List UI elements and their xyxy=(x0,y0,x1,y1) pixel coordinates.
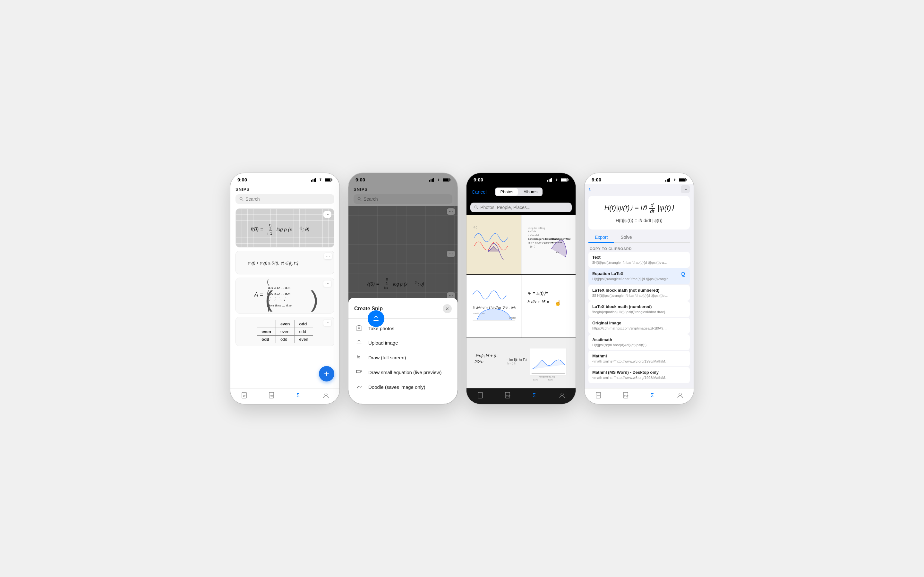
search-input-1[interactable] xyxy=(246,197,330,201)
nav-sigma-3[interactable]: Σ xyxy=(531,392,538,399)
svg-text:Σ: Σ xyxy=(533,393,536,398)
signal-icon xyxy=(311,178,317,182)
svg-rect-64 xyxy=(548,180,548,182)
copy-item-asciimath[interactable]: Asciimath H(t)|psi(t):)=i hbar(d)/(dl)(d… xyxy=(588,334,690,350)
draw-icon: fx xyxy=(354,354,364,361)
modal-item-doodle[interactable]: Doodle (saves image only) xyxy=(349,380,457,394)
math-svg-2: snᵢ(t) + snⱼ(t) ≥ δᵢ(t), ∀t ∈ [ti, tnⱼ] xyxy=(246,256,323,269)
svg-text:Σ: Σ xyxy=(269,226,272,231)
copy-item-asciimath-content: Asciimath H(t)|psi(t):)=i hbar(d)/(dl)(d… xyxy=(592,337,646,347)
header-title-1: SNIPS xyxy=(236,187,334,192)
svg-text:fx: fx xyxy=(357,355,360,359)
copy-item-latex[interactable]: Equation LaTeX H(t)|\psi(t)\rangle=i\hba… xyxy=(588,268,690,284)
equation-display: H(t)|ψ(t)⟩ = iℏ ddt |ψ(t)⟩ H(t)|ψ(t)⟩ = … xyxy=(588,196,690,229)
svg-text:snᵢ(t) + snⱼ(t) ≥ δᵢ(t),   ∀t : snᵢ(t) + snⱼ(t) ≥ δᵢ(t), ∀t ∈ [ti, tnⱼ] xyxy=(248,261,298,267)
cancel-button[interactable]: Cancel xyxy=(472,189,487,195)
upload-icon xyxy=(354,339,364,347)
snip-dots-1[interactable]: ··· xyxy=(323,211,331,218)
snip-item-1[interactable]: ℓ(θ) = n Σ i=1 log p (x (i) ; θ) ··· xyxy=(236,208,334,247)
svg-point-71 xyxy=(475,206,477,208)
svg-text:ℓ(θ) =: ℓ(θ) = xyxy=(250,226,263,232)
svg-text:(i): (i) xyxy=(299,226,302,229)
svg-point-7 xyxy=(240,197,242,200)
back-button[interactable]: ‹ xyxy=(588,185,591,193)
photo-search-bar[interactable] xyxy=(470,203,572,212)
copy-section-title: COPY TO CLIPBOARD xyxy=(585,243,694,252)
fab-button[interactable]: + xyxy=(319,366,334,382)
modal-item-upload[interactable]: Upload image xyxy=(349,335,457,350)
nav-doc-4[interactable] xyxy=(595,392,602,399)
copy-item-mathml-word[interactable]: Mathml (MS Word) - Desktop only <math xm… xyxy=(588,367,690,383)
modal-item-draw[interactable]: fx Draw (full screen) xyxy=(349,350,457,365)
svg-text:20^n: 20^n xyxy=(474,359,483,364)
svg-text:= lim f(t+h)-f^#: = lim f(t+h)-f^# xyxy=(506,358,527,362)
copy-action-button[interactable] xyxy=(681,272,686,278)
photo-cell-5[interactable]: -f^n[s,l/f + (i- 20^n = lim f(t+h)-f^# h… xyxy=(467,338,575,388)
search-bar-1[interactable] xyxy=(236,194,334,204)
math-svg-matrix: A = ( ) ( a₁₁ a₁₂ ... a₁ₙ a₂₁ a₂₂ ... a₂… xyxy=(253,279,317,311)
svg-rect-99 xyxy=(478,392,483,398)
signal-icon-3 xyxy=(548,178,552,182)
tab-solve[interactable]: Solve xyxy=(614,232,638,242)
modal-item-upload-label: Upload image xyxy=(368,340,398,346)
snip-dots-2[interactable]: ··· xyxy=(324,253,332,259)
math-svg-1: ℓ(θ) = n Σ i=1 log p (x (i) ; θ) xyxy=(248,218,322,237)
doodle-icon xyxy=(354,383,364,391)
header-1: SNIPS xyxy=(230,184,339,206)
photo-search-input[interactable] xyxy=(480,205,568,210)
photo-cell-2[interactable]: Using the deBrog λ = 2π/k p = ħk = h/λ S… xyxy=(521,215,575,274)
svg-point-103 xyxy=(561,393,564,396)
copy-item-original[interactable]: Original Image https://cdn.mathpix.com/s… xyxy=(588,318,690,334)
nav-pdf-4[interactable]: PDF xyxy=(622,392,629,399)
modal-item-draw-small[interactable]: Draw small equation (live preview) xyxy=(349,365,457,380)
nav-doc-3[interactable] xyxy=(477,392,484,399)
svg-rect-65 xyxy=(549,179,549,182)
more-options[interactable]: ··· xyxy=(681,185,690,193)
snip-dots-3[interactable]: ··· xyxy=(323,280,331,287)
copy-item-block-nonum-content: LaTeX block math (not numbered) $$ H(t)|… xyxy=(592,288,669,298)
svg-rect-1 xyxy=(312,179,313,182)
svg-text:PDF: PDF xyxy=(270,395,275,397)
copy-item-block-nonum[interactable]: LaTeX block math (not numbered) $$ H(t)|… xyxy=(588,285,690,301)
screen-1: SNIPS ℓ(θ) = n Σ i=1 log p (x xyxy=(230,184,339,404)
nav-doc[interactable] xyxy=(241,392,248,399)
photo-search-icon xyxy=(474,205,478,210)
copy-item-mathml[interactable]: Mathml <math xmlns="http://www.w3.org/19… xyxy=(588,351,690,366)
svg-text:(: ( xyxy=(265,286,273,311)
modal-close-button[interactable]: ✕ xyxy=(443,304,452,313)
tab-export[interactable]: Export xyxy=(588,232,614,243)
snip-item-2[interactable]: snᵢ(t) + snⱼ(t) ≥ δᵢ(t), ∀t ∈ [ti, tnⱼ] … xyxy=(236,251,334,274)
sub-equation: H(t)|ψ(t)⟩ = iℏ d/dt |ψ(t)⟩ xyxy=(594,218,684,224)
scene: 9:00 SNIPS ℓ(θ) = xyxy=(218,154,706,423)
copy-section: COPY TO CLIPBOARD Text $H(t)|\psi(t)\ran… xyxy=(585,243,694,388)
nav-sigma[interactable]: Σ xyxy=(295,392,302,399)
tab-albums[interactable]: Albums xyxy=(519,188,542,195)
eq-sheet-svg: Using the deBrog λ = 2π/k p = ħk = h/λ S… xyxy=(526,224,571,266)
nav-pdf[interactable]: PDF xyxy=(268,392,275,399)
bottom-nav-4: PDF Σ xyxy=(585,388,694,404)
svg-text:C₂H₅: C₂H₅ xyxy=(548,379,553,381)
waves-svg: r(t,r) xyxy=(471,224,516,266)
copy-item-block-num[interactable]: LaTeX block math (numbered) \begin{equat… xyxy=(588,301,690,317)
export-tabs: Export Solve xyxy=(588,232,690,243)
photo-cell-4[interactable]: Ψ = E(t)⟩= ∂ᵢ d/x + 15 = ☝ xyxy=(521,275,575,338)
signal-icon-4 xyxy=(666,178,670,182)
copy-item-text[interactable]: Text $H(t)|\psi(t)\rangle=i\hbar \frac{d… xyxy=(588,252,690,268)
nav-person-3[interactable] xyxy=(559,392,565,399)
nav-person[interactable] xyxy=(322,392,330,399)
tab-photos[interactable]: Photos xyxy=(496,188,517,195)
snip-dots-4[interactable]: ··· xyxy=(323,319,331,326)
nav-sigma-4[interactable]: Σ xyxy=(649,392,656,399)
svg-text:r(t,r) = -ħ²/2m ∇²ψ(r,t)+V(r,: r(t,r) = -ħ²/2m ∇²ψ(r,t)+V(r, xyxy=(528,242,553,244)
svg-rect-105 xyxy=(667,179,668,182)
snip-item-3[interactable]: A = ( ) ( a₁₁ a₁₂ ... a₁ₙ a₂₁ a₂₂ ... a₂… xyxy=(236,277,334,314)
modal-item-camera[interactable]: Take photos xyxy=(349,321,457,335)
bottom-nav-1: PDF Σ xyxy=(230,388,339,404)
snip-item-4[interactable]: even odd even even odd odd odd xyxy=(236,317,334,346)
status-bar-1: 9:00 xyxy=(230,173,339,184)
svg-text:Energy: Energy xyxy=(509,317,516,319)
photo-cell-3[interactable]: iħ ∂/∂t Ψ = Ĥ ħ²/2m ∇²Ψ - ∂/∂t Ψ = Ê Ham… xyxy=(467,275,521,338)
nav-person-4[interactable] xyxy=(677,392,684,399)
photo-cell-1[interactable]: r(t,r) xyxy=(467,215,521,274)
nav-pdf-3[interactable]: PDF xyxy=(504,392,511,399)
